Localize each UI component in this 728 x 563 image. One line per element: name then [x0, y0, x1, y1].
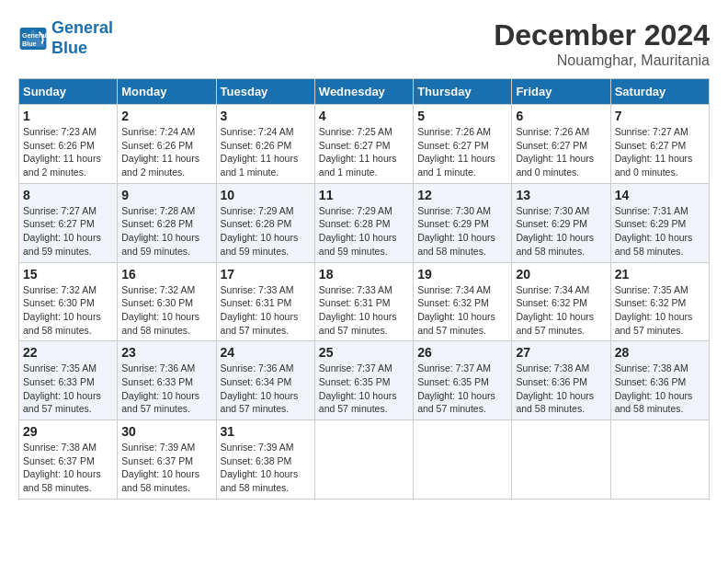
day-number: 17 [221, 267, 311, 282]
calendar-cell: 16 Sunrise: 7:32 AM Sunset: 6:30 PM Dayl… [118, 262, 216, 341]
calendar-cell: 25 Sunrise: 7:37 AM Sunset: 6:35 PM Dayl… [314, 341, 413, 420]
calendar-header-row: SundayMondayTuesdayWednesdayThursdayFrid… [19, 79, 710, 105]
day-number: 9 [121, 188, 211, 202]
day-number: 24 [221, 345, 311, 360]
calendar-cell: 15 Sunrise: 7:32 AM Sunset: 6:30 PM Dayl… [19, 262, 118, 341]
month-title: December 2024 [494, 18, 710, 52]
calendar-cell: 7 Sunrise: 7:27 AM Sunset: 6:27 PM Dayli… [610, 105, 709, 184]
calendar-cell: 1 Sunrise: 7:23 AM Sunset: 6:26 PM Dayli… [19, 105, 118, 184]
calendar-cell: 6 Sunrise: 7:26 AM Sunset: 6:27 PM Dayli… [512, 105, 610, 184]
day-info: Sunrise: 7:33 AM Sunset: 6:31 PM Dayligh… [221, 284, 299, 336]
day-number: 15 [23, 267, 113, 282]
calendar-week-row: 1 Sunrise: 7:23 AM Sunset: 6:26 PM Dayli… [19, 105, 710, 184]
day-info: Sunrise: 7:26 AM Sunset: 6:27 PM Dayligh… [516, 126, 594, 178]
day-number: 12 [417, 188, 507, 202]
day-info: Sunrise: 7:27 AM Sunset: 6:27 PM Dayligh… [615, 126, 693, 178]
day-number: 29 [23, 424, 113, 439]
calendar-week-row: 29 Sunrise: 7:38 AM Sunset: 6:37 PM Dayl… [19, 420, 710, 500]
day-number: 22 [23, 345, 113, 360]
svg-text:Blue: Blue [22, 40, 37, 48]
day-number: 14 [615, 188, 705, 202]
day-info: Sunrise: 7:37 AM Sunset: 6:35 PM Dayligh… [417, 362, 495, 414]
logo: General Blue GeneralBlue [18, 18, 113, 58]
day-info: Sunrise: 7:27 AM Sunset: 6:27 PM Dayligh… [23, 205, 101, 257]
day-number: 1 [23, 109, 113, 123]
calendar-cell: 12 Sunrise: 7:30 AM Sunset: 6:29 PM Dayl… [414, 183, 512, 262]
day-info: Sunrise: 7:29 AM Sunset: 6:28 PM Dayligh… [221, 205, 299, 257]
calendar-cell: 30 Sunrise: 7:39 AM Sunset: 6:37 PM Dayl… [118, 420, 216, 500]
day-number: 18 [319, 267, 409, 282]
weekday-header-tuesday: Tuesday [216, 79, 314, 105]
calendar-cell: 22 Sunrise: 7:35 AM Sunset: 6:33 PM Dayl… [19, 341, 118, 420]
day-info: Sunrise: 7:34 AM Sunset: 6:32 PM Dayligh… [417, 284, 495, 336]
day-number: 21 [615, 267, 705, 282]
day-info: Sunrise: 7:36 AM Sunset: 6:33 PM Dayligh… [121, 362, 199, 414]
day-info: Sunrise: 7:37 AM Sunset: 6:35 PM Dayligh… [319, 362, 397, 414]
day-info: Sunrise: 7:30 AM Sunset: 6:29 PM Dayligh… [516, 205, 594, 257]
day-number: 30 [121, 424, 211, 439]
day-info: Sunrise: 7:26 AM Sunset: 6:27 PM Dayligh… [417, 126, 495, 178]
weekday-header-friday: Friday [512, 79, 610, 105]
day-info: Sunrise: 7:31 AM Sunset: 6:29 PM Dayligh… [615, 205, 693, 257]
weekday-header-saturday: Saturday [610, 79, 709, 105]
day-number: 10 [221, 188, 311, 202]
day-info: Sunrise: 7:32 AM Sunset: 6:30 PM Dayligh… [121, 284, 199, 336]
calendar-cell: 28 Sunrise: 7:38 AM Sunset: 6:36 PM Dayl… [610, 341, 709, 420]
day-number: 8 [23, 188, 113, 202]
calendar-cell: 17 Sunrise: 7:33 AM Sunset: 6:31 PM Dayl… [216, 262, 314, 341]
calendar-week-row: 8 Sunrise: 7:27 AM Sunset: 6:27 PM Dayli… [19, 183, 710, 262]
calendar-cell: 20 Sunrise: 7:34 AM Sunset: 6:32 PM Dayl… [512, 262, 610, 341]
calendar-cell: 23 Sunrise: 7:36 AM Sunset: 6:33 PM Dayl… [118, 341, 216, 420]
day-info: Sunrise: 7:24 AM Sunset: 6:26 PM Dayligh… [121, 126, 199, 178]
calendar-cell: 10 Sunrise: 7:29 AM Sunset: 6:28 PM Dayl… [216, 183, 314, 262]
day-info: Sunrise: 7:34 AM Sunset: 6:32 PM Dayligh… [516, 284, 594, 336]
day-info: Sunrise: 7:32 AM Sunset: 6:30 PM Dayligh… [23, 284, 101, 336]
day-number: 26 [417, 345, 507, 360]
day-number: 27 [516, 345, 606, 360]
calendar-cell: 26 Sunrise: 7:37 AM Sunset: 6:35 PM Dayl… [414, 341, 512, 420]
day-info: Sunrise: 7:30 AM Sunset: 6:29 PM Dayligh… [417, 205, 495, 257]
logo-icon: General Blue [18, 26, 48, 52]
day-info: Sunrise: 7:28 AM Sunset: 6:28 PM Dayligh… [121, 205, 199, 257]
calendar-cell: 19 Sunrise: 7:34 AM Sunset: 6:32 PM Dayl… [414, 262, 512, 341]
weekday-header-sunday: Sunday [19, 79, 118, 105]
day-number: 7 [615, 109, 705, 123]
day-number: 4 [319, 109, 409, 123]
day-number: 5 [417, 109, 507, 123]
calendar-cell: 3 Sunrise: 7:24 AM Sunset: 6:26 PM Dayli… [216, 105, 314, 184]
weekday-header-thursday: Thursday [414, 79, 512, 105]
day-number: 25 [319, 345, 409, 360]
day-number: 13 [516, 188, 606, 202]
day-info: Sunrise: 7:29 AM Sunset: 6:28 PM Dayligh… [319, 205, 397, 257]
day-info: Sunrise: 7:33 AM Sunset: 6:31 PM Dayligh… [319, 284, 397, 336]
calendar-cell: 24 Sunrise: 7:36 AM Sunset: 6:34 PM Dayl… [216, 341, 314, 420]
weekday-header-monday: Monday [118, 79, 216, 105]
day-number: 31 [221, 424, 311, 439]
calendar-cell: 31 Sunrise: 7:39 AM Sunset: 6:38 PM Dayl… [216, 420, 314, 500]
calendar-cell: 5 Sunrise: 7:26 AM Sunset: 6:27 PM Dayli… [414, 105, 512, 184]
day-number: 11 [319, 188, 409, 202]
calendar-week-row: 15 Sunrise: 7:32 AM Sunset: 6:30 PM Dayl… [19, 262, 710, 341]
calendar-cell: 18 Sunrise: 7:33 AM Sunset: 6:31 PM Dayl… [314, 262, 413, 341]
calendar-cell [414, 420, 512, 500]
day-number: 28 [615, 345, 705, 360]
calendar-week-row: 22 Sunrise: 7:35 AM Sunset: 6:33 PM Dayl… [19, 341, 710, 420]
calendar-cell: 2 Sunrise: 7:24 AM Sunset: 6:26 PM Dayli… [118, 105, 216, 184]
weekday-header-wednesday: Wednesday [314, 79, 413, 105]
day-number: 6 [516, 109, 606, 123]
calendar-cell: 9 Sunrise: 7:28 AM Sunset: 6:28 PM Dayli… [118, 183, 216, 262]
day-number: 20 [516, 267, 606, 282]
day-info: Sunrise: 7:35 AM Sunset: 6:33 PM Dayligh… [23, 362, 101, 414]
location-title: Nouamghar, Mauritania [494, 52, 710, 69]
day-info: Sunrise: 7:39 AM Sunset: 6:38 PM Dayligh… [221, 442, 299, 493]
calendar-cell: 14 Sunrise: 7:31 AM Sunset: 6:29 PM Dayl… [610, 183, 709, 262]
calendar-cell: 29 Sunrise: 7:38 AM Sunset: 6:37 PM Dayl… [19, 420, 118, 500]
day-info: Sunrise: 7:35 AM Sunset: 6:32 PM Dayligh… [615, 284, 693, 336]
day-info: Sunrise: 7:39 AM Sunset: 6:37 PM Dayligh… [121, 442, 199, 493]
title-block: December 2024 Nouamghar, Mauritania [494, 18, 710, 69]
calendar-cell [314, 420, 413, 500]
calendar-cell: 13 Sunrise: 7:30 AM Sunset: 6:29 PM Dayl… [512, 183, 610, 262]
day-number: 2 [121, 109, 211, 123]
calendar-cell: 4 Sunrise: 7:25 AM Sunset: 6:27 PM Dayli… [314, 105, 413, 184]
day-number: 3 [221, 109, 311, 123]
